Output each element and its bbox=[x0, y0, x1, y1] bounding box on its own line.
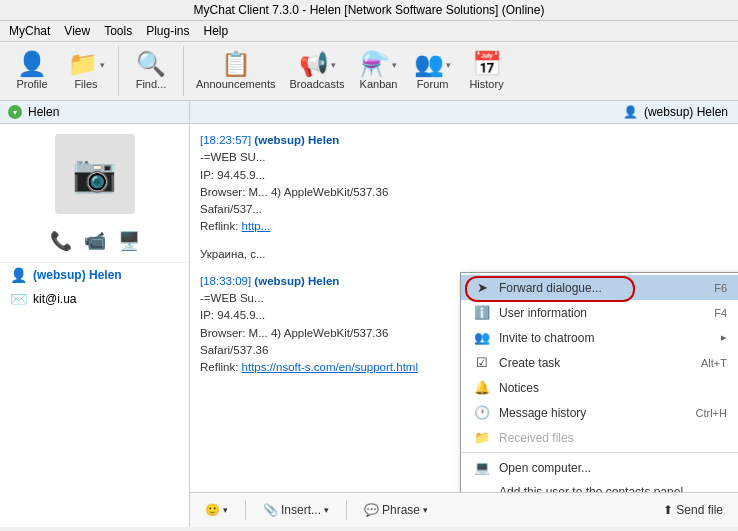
message-block-2: Украина, с... bbox=[200, 246, 728, 263]
title-text: MyChat Client 7.3.0 - Helen [Network Sof… bbox=[194, 3, 545, 17]
menu-tools[interactable]: Tools bbox=[101, 23, 135, 39]
msg-user-3: (websup) Helen bbox=[254, 275, 339, 287]
toolbar-find[interactable]: 🔍 Find... bbox=[125, 49, 177, 93]
msg-text-3c: Browser: M... 4) AppleWebKit/537.36 bbox=[200, 327, 388, 339]
phrase-arrow: ▾ bbox=[423, 505, 428, 515]
toolbar-broadcasts-label: Broadcasts bbox=[290, 78, 345, 90]
toolbar-profile-label: Profile bbox=[16, 78, 47, 90]
ctx-add-contacts[interactable]: 👤 Add this user to the contacts panel - … bbox=[461, 480, 738, 492]
announcements-icon: 📋 bbox=[221, 52, 251, 76]
msg-time-3: [18:33:09] bbox=[200, 275, 251, 287]
toolbar-forum[interactable]: 👥 ▾ Forum bbox=[407, 49, 459, 93]
chat-header-user-icon: 👤 bbox=[623, 105, 638, 119]
desktop-icon[interactable]: 🖥️ bbox=[118, 230, 140, 252]
forward-icon: ➤ bbox=[473, 280, 491, 295]
msg-text-3a: -=WEB Su... bbox=[200, 292, 264, 304]
toolbar-profile[interactable]: 👤 Profile bbox=[6, 49, 58, 93]
user-info-icon: ℹ️ bbox=[473, 305, 491, 320]
ctx-create-task-shortcut: Alt+T bbox=[701, 357, 727, 369]
send-file-button[interactable]: ⬆ Send file bbox=[658, 501, 728, 519]
emoji-arrow: ▾ bbox=[223, 505, 228, 515]
menu-mychat[interactable]: MyChat bbox=[6, 23, 53, 39]
ctx-forward[interactable]: ➤ Forward dialogue... F6 bbox=[461, 275, 738, 300]
chat-messages: [18:23:57] (websup) Helen -=WEB SU... IP… bbox=[190, 124, 738, 492]
toolbar-files[interactable]: 📁 ▾ Files bbox=[60, 49, 112, 93]
toolbar-announcements[interactable]: 📋 Announcements bbox=[190, 49, 282, 93]
msg-link-3[interactable]: https://nsoft-s.com/en/support.html bbox=[242, 361, 418, 373]
msg-reflink-3: Reflink: bbox=[200, 361, 242, 373]
contact-info: 📷 📞 📹 🖥️ bbox=[0, 124, 189, 263]
contact-email-label: kit@i.ua bbox=[33, 292, 77, 306]
toolbar-kanban[interactable]: ⚗️ ▾ Kanban bbox=[353, 49, 405, 93]
toolbar-files-label: Files bbox=[74, 78, 97, 90]
chat-area: 👤 (websup) Helen [18:23:57] (websup) Hel… bbox=[190, 101, 738, 527]
ctx-add-contacts-label: Add this user to the contacts panel - Ct… bbox=[499, 485, 727, 492]
toolbar-divider-1 bbox=[118, 46, 119, 96]
toolbar-divider-2 bbox=[183, 46, 184, 96]
menu-help[interactable]: Help bbox=[201, 23, 232, 39]
sidebar: Helen 📷 📞 📹 🖥️ 👤 (websup) Helen ✉️ kit@i… bbox=[0, 101, 190, 527]
ctx-invite-arrow: ▸ bbox=[721, 331, 727, 344]
toolbar-history-label: History bbox=[469, 78, 503, 90]
phone-icon[interactable]: 📞 bbox=[50, 230, 72, 252]
msg-text-3b: IP: 94.45.9... bbox=[200, 309, 265, 321]
chat-bottom-bar: 🙂 ▾ 📎 Insert... ▾ 💬 Phrase ▾ ⬆ Send file bbox=[190, 492, 738, 527]
msg-link-1[interactable]: http... bbox=[242, 220, 271, 232]
emoji-button[interactable]: 🙂 ▾ bbox=[200, 501, 233, 519]
contact-name-label: (websup) Helen bbox=[33, 268, 122, 282]
broadcasts-arrow: ▾ bbox=[331, 60, 336, 70]
ctx-forward-label: Forward dialogue... bbox=[499, 281, 686, 295]
chat-header: 👤 (websup) Helen bbox=[190, 101, 738, 124]
ctx-user-info[interactable]: ℹ️ User information F4 bbox=[461, 300, 738, 325]
ctx-create-task[interactable]: ☑ Create task Alt+T bbox=[461, 350, 738, 375]
msg-text-1c: Browser: M... 4) AppleWebKit/537.36 bbox=[200, 186, 388, 198]
insert-button[interactable]: 📎 Insert... ▾ bbox=[258, 501, 334, 519]
ctx-message-history-shortcut: Ctrl+H bbox=[696, 407, 727, 419]
toolbar-history[interactable]: 📅 History bbox=[461, 49, 513, 93]
video-icon[interactable]: 📹 bbox=[84, 230, 106, 252]
menu-plugins[interactable]: Plug-ins bbox=[143, 23, 192, 39]
history-icon: 📅 bbox=[472, 52, 502, 76]
create-task-icon: ☑ bbox=[473, 355, 491, 370]
received-files-icon: 📁 bbox=[473, 430, 491, 445]
files-icon: 📁 bbox=[68, 52, 98, 76]
toolbar-announcements-label: Announcements bbox=[196, 78, 276, 90]
insert-arrow: ▾ bbox=[324, 505, 329, 515]
contact-email-detail: ✉️ kit@i.ua bbox=[0, 287, 189, 311]
forum-icon: 👥 bbox=[414, 52, 444, 76]
ctx-open-computer-label: Open computer... bbox=[499, 461, 727, 475]
send-file-label: Send file bbox=[676, 503, 723, 517]
ctx-message-history[interactable]: 🕐 Message history Ctrl+H bbox=[461, 400, 738, 425]
add-contacts-icon: 👤 bbox=[473, 492, 491, 493]
toolbar-kanban-label: Kanban bbox=[360, 78, 398, 90]
forum-arrow: ▾ bbox=[446, 60, 451, 70]
menu-view[interactable]: View bbox=[61, 23, 93, 39]
ctx-create-task-label: Create task bbox=[499, 356, 673, 370]
context-menu: ➤ Forward dialogue... F6 ℹ️ User informa… bbox=[460, 272, 738, 492]
user-icon: 👤 bbox=[10, 267, 27, 283]
camera-icon: 📷 bbox=[72, 153, 117, 195]
ctx-user-info-label: User information bbox=[499, 306, 686, 320]
online-status-dot bbox=[8, 105, 22, 119]
title-bar: MyChat Client 7.3.0 - Helen [Network Sof… bbox=[0, 0, 738, 21]
bottom-sep-1 bbox=[245, 500, 246, 520]
sidebar-username: Helen bbox=[28, 105, 59, 119]
bottom-sep-2 bbox=[346, 500, 347, 520]
ctx-notices[interactable]: 🔔 Notices bbox=[461, 375, 738, 400]
emoji-icon: 🙂 bbox=[205, 503, 220, 517]
msg-time-1: [18:23:57] bbox=[200, 134, 251, 146]
ctx-user-info-shortcut: F4 bbox=[714, 307, 727, 319]
insert-label: Insert... bbox=[281, 503, 321, 517]
broadcasts-icon: 📢 bbox=[299, 52, 329, 76]
toolbar-find-label: Find... bbox=[136, 78, 167, 90]
ctx-invite-chatroom[interactable]: 👥 Invite to chatroom ▸ bbox=[461, 325, 738, 350]
profile-icon: 👤 bbox=[17, 52, 47, 76]
ctx-notices-label: Notices bbox=[499, 381, 727, 395]
kanban-icon: ⚗️ bbox=[360, 52, 390, 76]
phrase-button[interactable]: 💬 Phrase ▾ bbox=[359, 501, 433, 519]
ctx-open-computer[interactable]: 💻 Open computer... bbox=[461, 455, 738, 480]
kanban-arrow: ▾ bbox=[392, 60, 397, 70]
msg-text-1a: -=WEB SU... bbox=[200, 151, 266, 163]
toolbar-broadcasts[interactable]: 📢 ▾ Broadcasts bbox=[284, 49, 351, 93]
invite-chatroom-icon: 👥 bbox=[473, 330, 491, 345]
